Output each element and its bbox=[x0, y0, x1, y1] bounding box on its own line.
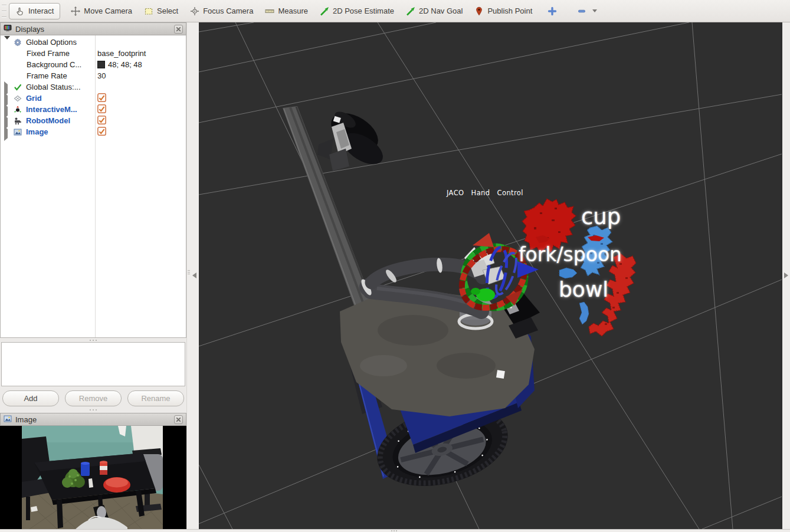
label-cup: cup bbox=[581, 204, 621, 229]
property-label: Background C... bbox=[27, 60, 81, 69]
image-panel-titlebar: Image bbox=[0, 413, 186, 426]
tool-select[interactable]: Select bbox=[138, 4, 184, 19]
remove-tool-button[interactable] bbox=[571, 4, 603, 19]
checkbox-checked-icon[interactable] bbox=[97, 104, 106, 115]
tree-item-label: Grid bbox=[26, 94, 42, 103]
tool-label: Focus Camera bbox=[203, 6, 253, 15]
tree-row-interactive-markers[interactable]: InteractiveM... bbox=[1, 104, 187, 115]
3d-scene bbox=[199, 22, 782, 529]
tree-item-label: RobotModel bbox=[26, 116, 70, 125]
image-panel-title: Image bbox=[15, 415, 174, 424]
ruler-icon bbox=[265, 6, 274, 16]
check-icon bbox=[14, 83, 22, 91]
right-divider-strip[interactable] bbox=[782, 22, 790, 529]
displays-button-row: Add Remove Rename bbox=[0, 390, 186, 406]
robot-icon bbox=[14, 117, 22, 125]
tree-row-frame-rate[interactable]: Frame Rate 30 bbox=[1, 70, 187, 81]
tool-move-camera[interactable]: Move Camera bbox=[65, 4, 138, 19]
image-display-icon bbox=[14, 128, 22, 136]
tool-focus-camera[interactable]: Focus Camera bbox=[184, 4, 259, 19]
label-jaco-hand-control: JACO Hand Control bbox=[447, 189, 523, 197]
property-label: Frame Rate bbox=[27, 71, 67, 80]
tool-interact[interactable]: Interact bbox=[9, 3, 60, 19]
collapse-left-icon[interactable] bbox=[192, 272, 196, 278]
property-label: Fixed Frame bbox=[27, 49, 70, 58]
checkbox-checked-icon[interactable] bbox=[97, 116, 106, 126]
tool-label: Interact bbox=[28, 6, 54, 15]
panel-splitter[interactable] bbox=[0, 408, 186, 412]
tree-item-label: Global Status:... bbox=[26, 83, 81, 91]
grid-display-icon bbox=[14, 94, 22, 103]
tool-2d-nav-goal[interactable]: 2D Nav Goal bbox=[400, 4, 468, 19]
add-button[interactable]: Add bbox=[2, 390, 59, 406]
interactive-marker-icon bbox=[14, 106, 22, 114]
pointcloud-spoon-blue bbox=[579, 302, 589, 324]
expander-down-icon[interactable] bbox=[4, 36, 10, 48]
pin-icon bbox=[474, 6, 484, 16]
display-description-box bbox=[1, 342, 185, 386]
rename-button[interactable]: Rename bbox=[127, 390, 184, 406]
plus-icon bbox=[548, 6, 557, 16]
tree-row-fixed-frame[interactable]: Fixed Frame base_footprint bbox=[1, 48, 187, 59]
tool-label: 2D Nav Goal bbox=[419, 6, 463, 15]
tool-measure[interactable]: Measure bbox=[259, 4, 314, 19]
green-arrow-icon bbox=[320, 6, 329, 16]
tree-item-label: Global Options bbox=[26, 38, 77, 47]
robot-head bbox=[317, 106, 388, 171]
tree-row-background-color[interactable]: Background C... 48; 48; 48 bbox=[1, 59, 187, 70]
tree-row-image[interactable]: Image bbox=[1, 126, 187, 137]
panel-divider-strip[interactable] bbox=[186, 22, 199, 529]
main-toolbar: Interact Move Camera Select Focus Camera… bbox=[0, 0, 790, 22]
monitor-icon bbox=[4, 24, 12, 34]
tool-label: 2D Pose Estimate bbox=[333, 6, 394, 15]
displays-tree: Global Options Fixed Frame base_footprin… bbox=[0, 35, 186, 338]
hand-icon bbox=[15, 6, 25, 16]
remove-button[interactable]: Remove bbox=[65, 390, 122, 406]
tree-item-label: InteractiveM... bbox=[26, 105, 77, 114]
bottom-splitter-grip[interactable] bbox=[391, 530, 397, 531]
camera-photo bbox=[0, 426, 186, 529]
tree-row-global-status[interactable]: Global Status:... bbox=[1, 81, 187, 93]
add-tool-button[interactable] bbox=[542, 4, 563, 19]
tree-item-label: Image bbox=[26, 127, 48, 136]
tool-publish-point[interactable]: Publish Point bbox=[468, 4, 538, 19]
checkbox-checked-icon[interactable] bbox=[97, 127, 106, 137]
checkbox-checked-icon[interactable] bbox=[97, 93, 106, 104]
divider-grip[interactable] bbox=[188, 270, 190, 274]
tree-row-robot-model[interactable]: RobotModel bbox=[1, 115, 187, 126]
label-bowl: bowl bbox=[559, 277, 608, 301]
bottom-status-strip bbox=[0, 529, 790, 532]
3d-viewport[interactable]: JACO Hand Control cup fork/spoon bowl bbox=[199, 22, 782, 529]
robot-base bbox=[340, 290, 540, 498]
property-value[interactable]: base_footprint bbox=[97, 49, 146, 58]
minus-icon bbox=[577, 6, 586, 16]
camera-image-view bbox=[0, 426, 186, 529]
gear-icon bbox=[14, 38, 22, 47]
close-icon[interactable] bbox=[174, 415, 183, 424]
expander-right-icon[interactable] bbox=[4, 126, 8, 141]
tool-label: Move Camera bbox=[84, 6, 132, 15]
displays-panel-titlebar: Displays bbox=[0, 22, 186, 35]
label-fork-spoon: fork/spoon bbox=[519, 243, 622, 266]
tree-row-grid[interactable]: Grid bbox=[1, 93, 187, 104]
collapse-right-icon[interactable] bbox=[784, 272, 788, 278]
tool-2d-pose-estimate[interactable]: 2D Pose Estimate bbox=[314, 4, 400, 19]
left-panel-column: Displays Global Options Fixed Frame base… bbox=[0, 22, 186, 529]
tool-label: Publish Point bbox=[487, 6, 532, 15]
property-value[interactable]: 30 bbox=[97, 71, 106, 80]
close-icon[interactable] bbox=[174, 25, 183, 34]
displays-panel-title: Displays bbox=[15, 25, 174, 34]
property-value: 48; 48; 48 bbox=[108, 60, 142, 69]
tree-row-global-options[interactable]: Global Options bbox=[1, 37, 187, 48]
move-icon bbox=[71, 6, 80, 16]
toolbar-drag-handle[interactable] bbox=[2, 5, 6, 18]
select-box-icon bbox=[144, 6, 153, 16]
tool-label: Measure bbox=[278, 6, 308, 15]
focus-icon bbox=[190, 6, 199, 16]
image-panel-icon bbox=[4, 415, 12, 425]
color-swatch bbox=[97, 61, 105, 68]
green-arrow-icon bbox=[406, 6, 415, 16]
tool-label: Select bbox=[157, 6, 178, 15]
chevron-down-icon[interactable] bbox=[592, 9, 597, 12]
